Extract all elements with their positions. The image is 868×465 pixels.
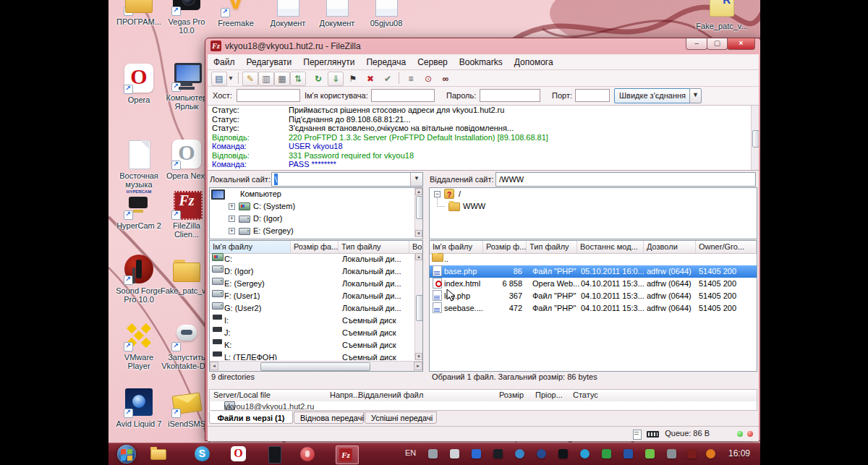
flag-icon[interactable] [345, 72, 361, 86]
expand-icon[interactable]: + [229, 203, 235, 210]
tray-icon-7[interactable] [558, 449, 568, 458]
column-header-modified[interactable]: Востаннє мод... [577, 241, 644, 253]
tree-item-root[interactable]: − / [430, 188, 757, 200]
queue-column-remote-file[interactable]: Віддалений файл [358, 391, 423, 399]
column-header-modified[interactable]: Во [409, 241, 422, 253]
filter-icon[interactable] [403, 72, 419, 86]
tab-successful-transfers[interactable]: Успішні передачі [365, 411, 437, 424]
taskbar-opera-icon[interactable] [229, 445, 249, 463]
queue-toggle-icon[interactable] [290, 72, 306, 86]
menu-file[interactable]: Файл [208, 55, 241, 67]
username-input[interactable] [371, 89, 435, 102]
table-row[interactable]: C:Локальный ди... [210, 253, 422, 265]
tray-icon-11[interactable] [645, 449, 655, 458]
tray-icon-5[interactable] [515, 449, 524, 458]
desktop-icon-vegas[interactable]: Vegas Pro 10.0 [161, 0, 213, 35]
table-row-selected[interactable]: base.php86Файл "PHP"05.10.2011 16:0...ad… [430, 265, 757, 278]
process-queue-icon[interactable] [328, 72, 344, 86]
local-path-combobox[interactable]: \ ▼ [271, 172, 423, 187]
local-list-hscrollbar[interactable]: ◄ ► [210, 361, 422, 371]
expand-icon[interactable]: + [229, 228, 235, 234]
tray-icon-3[interactable] [472, 449, 481, 458]
local-tree-scrollbar[interactable]: ▲ ▼ [414, 188, 422, 237]
taskbar-explorer-icon[interactable] [148, 445, 169, 463]
tree-item-drive-d[interactable]: + D: (Igor) [210, 213, 422, 225]
tab-queued-files[interactable]: Файли в черзі (1) [209, 411, 293, 424]
refresh-icon[interactable] [310, 72, 326, 86]
tree-item-drive-e[interactable]: + E: (Sergey) [210, 225, 422, 237]
tab-failed-transfers[interactable]: Віднова передачі [294, 411, 364, 424]
collapse-icon[interactable]: − [434, 191, 441, 197]
port-input[interactable] [575, 89, 610, 102]
taskbar-red-app-icon[interactable] [298, 445, 318, 463]
tray-icon-4[interactable] [493, 449, 503, 458]
table-row[interactable]: F: (User1)Локальный ди... [210, 290, 422, 302]
menu-edit[interactable]: Редагувати [241, 55, 298, 67]
tray-icon-8[interactable] [580, 449, 590, 458]
tree-view-icon[interactable] [274, 72, 290, 86]
local-list-scrollbar[interactable]: ▲ ▼ [414, 253, 422, 360]
desktop-icon-document-1[interactable]: Документ [262, 0, 314, 27]
desktop-icon-soundforge[interactable]: Sound Forge Pro 10.0 [113, 255, 165, 304]
tree-item-computer[interactable]: − Компьютер [210, 188, 422, 200]
table-row[interactable]: log.php367Файл "PHP"04.10.2011 15:3...ad… [430, 290, 757, 302]
table-row[interactable]: E: (Sergey)Локальный ди... [210, 278, 422, 290]
queue-column-server[interactable]: Server/Local file [213, 391, 271, 399]
tray-icon-6[interactable] [537, 449, 546, 458]
taskbar-skype-icon[interactable] [192, 445, 213, 463]
column-header-type[interactable]: Тип файлу [527, 241, 577, 253]
expand-icon[interactable]: + [229, 216, 235, 222]
taskbar-filezilla-button[interactable] [336, 445, 359, 464]
table-row[interactable]: seebase....472Файл "PHP"04.10.2011 15:3.… [430, 302, 757, 315]
queue-column-priority[interactable]: Пріор... [535, 391, 563, 399]
column-header-owner[interactable]: Owner/Gro... [696, 241, 757, 253]
log-scrollbar[interactable] [751, 106, 759, 170]
maximize-button[interactable]: ▢ [707, 38, 728, 50]
desktop-icon-freemake[interactable]: Freemake [210, 0, 262, 27]
password-input[interactable] [480, 89, 540, 102]
taskbar-phone-app-icon[interactable] [265, 445, 285, 463]
table-row[interactable]: index.html6 858Opera Web...04.10.2011 15… [430, 278, 757, 290]
message-view-icon[interactable] [258, 72, 274, 86]
column-header-type[interactable]: Тип файлу [339, 241, 409, 253]
queue-column-direction[interactable]: Напря... [330, 391, 359, 399]
tray-icon-9[interactable] [602, 449, 611, 458]
menu-transfer[interactable]: Передача [360, 55, 412, 67]
table-row[interactable]: G: (User2)Локальный ди... [210, 302, 422, 315]
minimize-button[interactable]: – [686, 38, 707, 50]
site-manager-caret-icon[interactable] [227, 72, 234, 85]
start-button[interactable] [117, 445, 136, 464]
language-indicator[interactable]: EN [405, 448, 416, 457]
table-row[interactable]: L: (ТЕЛЕФОН)Съемный диск [210, 351, 422, 360]
quickconnect-button[interactable]: Швидке з'єднання [614, 88, 691, 103]
desktop-icon-05gjvu08[interactable]: 05gjvu08 [360, 0, 412, 27]
column-header-size[interactable]: Розмір ф... [483, 241, 527, 253]
tray-icon-14[interactable] [706, 449, 715, 458]
tray-icon-10[interactable] [624, 449, 633, 458]
quickconnect-dropdown-icon[interactable]: ▼ [689, 88, 702, 103]
tree-item-drive-c[interactable]: + C: (System) [210, 200, 422, 213]
taskbar-clock[interactable]: 16:09 [728, 448, 750, 458]
desktop-icon-opera[interactable]: Opera [113, 64, 165, 104]
tray-icon-13[interactable] [687, 449, 697, 458]
column-header-name[interactable]: Ім'я файлу [430, 241, 483, 253]
desktop-icon-fake-patc-v[interactable]: Fake_patc_v... [696, 0, 748, 30]
close-button[interactable]: × [727, 38, 755, 50]
column-header-permissions[interactable]: Дозволи [644, 241, 696, 253]
desktop-icon-avid[interactable]: Avid Liquid 7 [113, 388, 165, 428]
column-header-size[interactable]: Розмір фа... [291, 241, 339, 253]
tray-icon-1[interactable] [428, 449, 438, 458]
find-icon[interactable] [438, 72, 454, 86]
tray-icon-12[interactable] [667, 449, 676, 458]
desktop-icon-document-2[interactable]: Документ [311, 0, 363, 27]
queue-column-size[interactable]: Розмір [499, 391, 524, 399]
desktop-icon-vostochnaya-muzyka[interactable]: Восточная музыка [113, 140, 165, 189]
table-row[interactable]: .. [430, 253, 757, 265]
table-row[interactable]: I:Съемный диск [210, 315, 422, 327]
desktop-icon-program[interactable]: ПРОГРАМ... [113, 0, 165, 26]
menu-bookmarks[interactable]: Bookmarks [454, 55, 509, 67]
combo-caret-icon[interactable]: ▼ [410, 173, 422, 186]
tree-item-www[interactable]: WWW [430, 200, 757, 213]
queue-column-status[interactable]: Статус [573, 391, 598, 399]
log-toggle-icon[interactable] [242, 72, 258, 86]
